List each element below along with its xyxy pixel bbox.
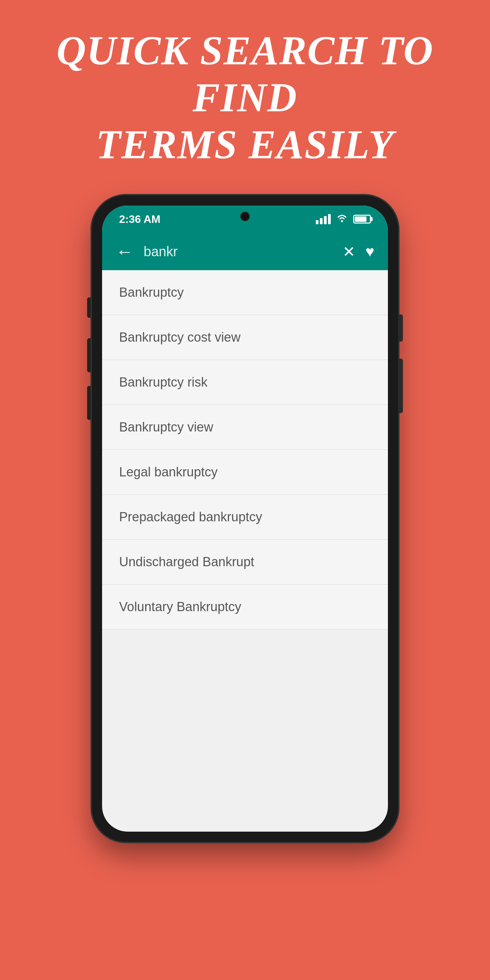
list-item[interactable]: Bankruptcy risk (102, 360, 388, 405)
hero-line2: TERMS EASILY (96, 122, 394, 167)
empty-area (102, 630, 388, 765)
power-button[interactable] (87, 386, 92, 420)
result-text: Bankruptcy risk (119, 375, 208, 389)
phone-wrapper: 2:36 AM (92, 195, 398, 842)
favorite-button[interactable]: ♥ (366, 243, 374, 260)
signal-icon (316, 214, 331, 224)
list-item[interactable]: Legal bankruptcy (102, 450, 388, 495)
search-input[interactable]: bankr (143, 244, 332, 259)
phone-screen: 2:36 AM (102, 205, 388, 832)
status-bar: 2:36 AM (102, 205, 388, 233)
volume-up-button[interactable] (87, 298, 92, 318)
list-item[interactable]: Bankruptcy cost view (102, 315, 388, 360)
battery-icon (353, 215, 371, 224)
search-bar: ← bankr ✕ ♥ (102, 233, 388, 270)
result-text: Voluntary Bankruptcy (119, 600, 241, 614)
list-item[interactable]: Undischarged Bankrupt (102, 540, 388, 585)
volume-down-button[interactable] (87, 338, 92, 372)
result-text: Legal bankruptcy (119, 465, 218, 479)
list-item[interactable]: Bankruptcy (102, 270, 388, 315)
camera-dot (240, 212, 250, 221)
hero-title: QUICK SEARCH TO FIND TERMS EASILY (0, 27, 490, 168)
results-list: Bankruptcy Bankruptcy cost view Bankrupt… (102, 270, 388, 765)
phone-shell: 2:36 AM (92, 195, 398, 842)
back-button[interactable]: ← (116, 243, 134, 260)
result-text: Bankruptcy view (119, 420, 213, 434)
list-item[interactable]: Prepackaged bankruptcy (102, 495, 388, 540)
hero-line1: QUICK SEARCH TO FIND (56, 28, 434, 120)
list-item[interactable]: Bankruptcy view (102, 405, 388, 450)
time-display: 2:36 AM (119, 213, 161, 226)
wifi-icon (336, 213, 348, 225)
status-icons (316, 213, 371, 225)
result-text: Undischarged Bankrupt (119, 555, 254, 569)
clear-button[interactable]: ✕ (343, 243, 355, 260)
camera-notch (240, 212, 250, 221)
svg-point-0 (341, 220, 343, 222)
result-text: Bankruptcy cost view (119, 330, 240, 344)
list-item[interactable]: Voluntary Bankruptcy (102, 585, 388, 630)
hero-section: QUICK SEARCH TO FIND TERMS EASILY (0, 0, 490, 168)
result-text: Prepackaged bankruptcy (119, 510, 262, 524)
result-text: Bankruptcy (119, 285, 184, 299)
